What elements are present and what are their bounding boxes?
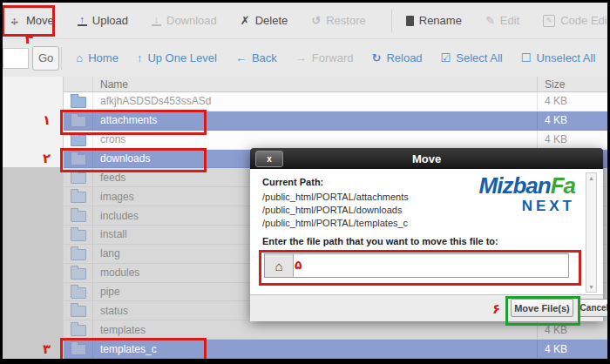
unselect-all-label: Unselect All [536, 51, 595, 64]
nav-reload-button[interactable]: ↻Reload [371, 51, 422, 64]
action-edit-button: ✎Edit [485, 14, 519, 27]
unselect-all-icon: ☐ [521, 52, 532, 64]
folder-icon [71, 287, 86, 299]
action-delete-button[interactable]: ✗Delete [241, 14, 288, 27]
file-table-header: Name Size [64, 77, 607, 92]
annotation-step-number: ۳ [43, 341, 51, 357]
nav-forward-button: →Forward [295, 51, 354, 64]
row-icon-cell [64, 301, 93, 320]
row-icon-cell [64, 226, 93, 244]
annotation-step-number: ۱ [43, 112, 51, 128]
row-icon-cell [64, 206, 93, 225]
folder-icon [71, 116, 86, 127]
logo-next: NEXT [479, 199, 575, 213]
go-path-input[interactable] [3, 48, 29, 69]
folder-icon [71, 192, 86, 203]
nav-back-button[interactable]: ←Back [235, 51, 277, 64]
toolbar-divider [61, 47, 62, 70]
annotation-step-number: ۲ [43, 151, 51, 166]
action-move-button[interactable]: ↔↕Move [8, 14, 54, 27]
nav-up-one-level-button[interactable]: ↑Up One Level [137, 51, 217, 64]
go-button[interactable]: Go [32, 46, 59, 71]
file-row-afkjhASDSDs453ssASd[interactable]: afkjhASDSDs453ssASd4 KB [64, 92, 607, 111]
close-icon[interactable]: x [255, 151, 283, 167]
row-icon-cell [64, 92, 93, 111]
home-icon[interactable]: ⌂ [265, 254, 294, 277]
download-label: Download [166, 14, 217, 27]
destination-input-row: ⌂ [264, 253, 569, 278]
file-name: afkjhASDSDs453ssASd [93, 95, 537, 107]
file-size: 4 KB [537, 92, 607, 111]
row-icon-cell [64, 283, 93, 301]
folder-icon [71, 135, 86, 146]
move-files-button[interactable]: Move File(s) [511, 299, 573, 317]
back-label: Back [252, 51, 277, 64]
folder-icon [71, 249, 86, 260]
file-name: attachments [93, 114, 537, 126]
row-icon-cell [64, 168, 93, 186]
row-icon-cell [64, 245, 93, 263]
back-icon: ← [235, 52, 247, 64]
folder-icon [71, 97, 86, 108]
logo-mizban: Mizban [479, 172, 551, 199]
up-one-level-label: Up One Level [147, 51, 217, 64]
header-icon-spacer [64, 77, 93, 91]
file-size: 4 KB [537, 111, 607, 130]
file-name: templates [93, 324, 537, 336]
mizbanfa-logo: MizbanFa NEXT [479, 174, 575, 213]
delete-label: Delete [255, 14, 288, 27]
folder-icon [71, 230, 86, 241]
file-row-crons[interactable]: crons4 KB [64, 131, 607, 150]
folder-icon [71, 344, 86, 355]
current-path-list: /public_html/PORTAL/attachments/public_h… [262, 191, 409, 230]
delete-icon: ✗ [241, 15, 250, 26]
file-name: templates_c [93, 343, 537, 355]
dialog-scrollbar[interactable]: ▲ ▼ [586, 172, 597, 293]
move-icon: ↔↕ [8, 14, 21, 27]
row-icon-cell [64, 150, 93, 168]
folder-icon [71, 268, 86, 280]
file-manager-screen: ↔↕Move↑Upload↓Download✗Delete↺RestoreRen… [0, 0, 610, 364]
folder-icon [71, 172, 86, 184]
up-one-level-icon: ↑ [137, 52, 143, 64]
action-rename-button[interactable]: Rename [406, 14, 462, 27]
nav-toolbar: Go ⌂Home↑Up One Level←Back→Forward↻Reloa… [3, 38, 607, 78]
cancel-button[interactable]: Cancel [579, 299, 610, 317]
action-restore-button: ↺Restore [311, 14, 365, 27]
action-download-button: ↓Download [152, 14, 217, 27]
code-editor-label: Code Editor [560, 14, 607, 27]
restore-label: Restore [326, 14, 366, 27]
reload-icon: ↻ [371, 52, 381, 64]
rename-icon [406, 16, 414, 26]
file-row-templates[interactable]: templates4 KB [64, 320, 607, 340]
file-size: 4 KB [537, 340, 607, 358]
file-size: 4 KB [537, 131, 607, 149]
file-row-attachments[interactable]: attachments4 KB۱ [64, 111, 607, 131]
nav-home-button[interactable]: ⌂Home [76, 51, 119, 64]
top-toolbar: ↔↕Move↑Upload↓Download✗Delete↺RestoreRen… [3, 3, 607, 38]
row-icon-cell [64, 264, 93, 282]
row-icon-cell [64, 111, 93, 130]
nav-select-all-button[interactable]: ☑Select All [441, 51, 503, 64]
folder-icon [71, 154, 86, 165]
destination-input[interactable] [294, 254, 568, 277]
file-row-templates_c[interactable]: templates_c4 KB۳ [64, 340, 607, 359]
folder-icon [71, 306, 86, 317]
current-path-line: /public_html/PORTAL/downloads [262, 204, 409, 217]
scroll-up-icon[interactable]: ▲ [586, 173, 596, 183]
edit-icon: ✎ [485, 15, 495, 26]
nav-unselect-all-button[interactable]: ☐Unselect All [521, 51, 596, 64]
file-name: crons [93, 133, 537, 145]
dim-overlay [3, 167, 63, 359]
file-size: 4 KB [537, 320, 607, 339]
folder-icon [71, 211, 86, 222]
home-label: Home [88, 51, 119, 64]
scroll-down-icon[interactable]: ▼ [586, 282, 596, 292]
current-path-line: /public_html/PORTAL/attachments [262, 191, 409, 204]
logo-fa: Fa [551, 172, 575, 199]
action-upload-button[interactable]: ↑Upload [78, 14, 128, 27]
select-all-label: Select All [456, 51, 502, 64]
current-path-label: Current Path: [262, 177, 323, 187]
row-icon-cell [64, 187, 93, 206]
home-icon: ⌂ [76, 52, 83, 64]
